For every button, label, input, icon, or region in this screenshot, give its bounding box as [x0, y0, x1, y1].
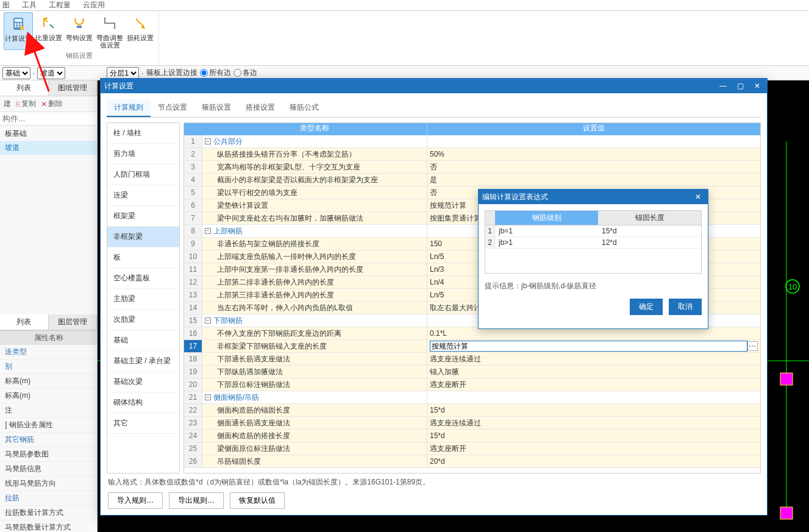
prop-row[interactable]: 标高(m) [0, 389, 97, 403]
table-row[interactable]: 1 jb=1 15*d [485, 225, 701, 237]
prop-row[interactable]: 马凳筋参数图 [0, 447, 97, 462]
category-item[interactable]: 基础主梁 / 承台梁 [107, 351, 179, 372]
prop-row[interactable]: 送类型 [0, 345, 97, 360]
rule-row[interactable]: 17非框架梁下部钢筋锚入支座的长度⋯ [184, 340, 760, 353]
rule-value[interactable] [427, 391, 760, 403]
radio-each-edge[interactable]: 各边 [233, 68, 257, 78]
prop-row[interactable]: 标高(m) [0, 374, 97, 389]
category-item[interactable]: 剪力墙 [107, 144, 179, 165]
prop-row[interactable]: 其它钢筋 [0, 433, 97, 447]
rule-value[interactable]: ⋯ [427, 340, 760, 352]
ribbon-btn-weight[interactable]: 比重设置 [34, 12, 63, 50]
tab-list2[interactable]: 列表 [0, 314, 49, 330]
close-button[interactable]: ✕ [751, 80, 763, 92]
expression-table[interactable]: 钢筋级别 锚固长度 1 jb=1 15*d 2 jb>1 12*d [485, 210, 702, 274]
prop-row[interactable]: 拉筋数量计算方式 [0, 506, 97, 520]
ribbon-btn-loss[interactable]: 损耗设置 [126, 12, 155, 50]
dialog-titlebar[interactable]: 计算设置 — ▢ ✕ [101, 79, 767, 93]
rule-row[interactable]: 26吊筋锚固长度20*d [184, 455, 760, 468]
rule-value[interactable] [427, 135, 760, 147]
minimize-button[interactable]: — [717, 80, 729, 92]
rule-value[interactable]: 否 [427, 161, 760, 173]
rule-row[interactable]: 19下部纵筋遇加腋做法锚入加腋 [184, 366, 760, 378]
rule-value-input[interactable] [430, 341, 747, 352]
collapse-toggle[interactable]: − [205, 394, 211, 400]
btn-import-rules[interactable]: 导入规则… [108, 492, 163, 509]
filter-input[interactable] [0, 112, 97, 126]
btn-new[interactable]: 建 [4, 99, 11, 109]
rule-value[interactable]: 15*d [427, 430, 760, 442]
expression-editor-button[interactable]: ⋯ [747, 341, 758, 351]
cell-length[interactable]: 12*d [598, 237, 701, 248]
category-item[interactable]: 基础次梁 [107, 372, 179, 392]
ribbon-btn-bend[interactable]: 弯曲调整值设置 [95, 12, 124, 50]
category-item[interactable]: 主肋梁 [107, 289, 179, 310]
rule-row[interactable]: 18下部通长筋遇支座做法遇支座连续通过 [184, 353, 760, 366]
rule-value[interactable]: 锚入加腋 [427, 366, 760, 378]
rule-row[interactable]: 3宽高均相等的非框架梁L型、十字交互为支座否 [184, 161, 760, 174]
tab-stirrup-formula[interactable]: 箍筋公式 [282, 99, 326, 117]
rule-value[interactable]: 0.1*L [427, 327, 760, 339]
rule-section-row[interactable]: 1−公共部分 [184, 135, 760, 148]
subdialog-titlebar[interactable]: 编辑计算设置表达式 ✕ [479, 190, 708, 204]
category-item[interactable]: 其它 [107, 413, 179, 434]
tree-item[interactable]: 坡道 [0, 141, 97, 155]
btn-ok[interactable]: 确定 [630, 299, 663, 315]
rule-value[interactable]: 20*d [427, 455, 760, 467]
tab-calc-rules[interactable]: 计算规则 [107, 99, 151, 117]
category-item[interactable]: 人防门框墙 [107, 165, 179, 185]
maximize-button[interactable]: ▢ [734, 80, 746, 92]
ribbon-btn-calc-settings[interactable]: 计算设置 [4, 12, 33, 50]
prop-row[interactable]: 马凳筋信息 [0, 462, 97, 477]
sel-category[interactable]: 基础 [2, 67, 30, 79]
th-rebar-level[interactable]: 钢筋级别 [495, 211, 598, 225]
close-button[interactable]: ✕ [692, 191, 704, 203]
rule-row[interactable]: 23侧面通长筋遇支座做法遇支座连续通过 [184, 417, 760, 430]
tree-item[interactable]: 板基础 [0, 127, 97, 141]
rule-row[interactable]: 24侧面构造筋的搭接长度15*d [184, 430, 760, 442]
btn-export-rules[interactable]: 导出规则… [169, 492, 224, 509]
tab-list[interactable]: 列表 [0, 80, 49, 96]
tab-lap-settings[interactable]: 搭接设置 [238, 99, 282, 117]
category-item[interactable]: 非框架梁 [107, 227, 179, 247]
tab-drawing-mgmt[interactable]: 图纸管理 [49, 80, 98, 96]
rule-value[interactable]: 15*d [427, 404, 760, 416]
collapse-toggle[interactable]: − [205, 138, 211, 144]
rule-value[interactable]: 遇支座连续通过 [427, 353, 760, 365]
rule-row[interactable]: 22侧面构造筋的锚固长度15*d [184, 404, 760, 417]
ribbon-btn-hook[interactable]: 弯钩设置 [65, 12, 94, 50]
cell-level[interactable]: jb=1 [495, 225, 598, 236]
menu-item[interactable]: 图 [2, 0, 10, 10]
category-item[interactable]: 框架梁 [107, 206, 179, 227]
th-anchor-length[interactable]: 锚固长度 [598, 211, 701, 225]
prop-row[interactable]: 注 [0, 403, 97, 418]
btn-copy[interactable]: ⎘复制 [16, 99, 36, 109]
category-item[interactable]: 基础 [107, 330, 179, 351]
btn-restore-default[interactable]: 恢复默认值 [230, 492, 285, 509]
sel-element[interactable]: 坡道 [37, 67, 65, 79]
tab-layer-mgmt[interactable]: 图层管理 [49, 314, 98, 330]
prop-row[interactable]: 线形马凳筋方向 [0, 477, 97, 491]
rule-section-row[interactable]: 21−侧面钢筋/吊筋 [184, 391, 760, 404]
cell-level[interactable]: jb>1 [495, 237, 598, 248]
rule-value[interactable]: 50% [427, 148, 760, 160]
category-item[interactable]: 次肋梁 [107, 310, 179, 330]
rule-value[interactable]: 遇支座连续通过 [427, 417, 760, 429]
category-item[interactable]: 板 [107, 247, 179, 268]
menu-item[interactable]: 云应用 [83, 0, 105, 10]
category-item[interactable]: 空心楼盖板 [107, 268, 179, 289]
radio-all-edges[interactable]: 所有边 [200, 68, 231, 78]
menubar[interactable]: 图 工具 工程量 云应用 [0, 0, 809, 11]
rule-row[interactable]: 2纵筋搭接接头错开百分率（不考虑架立筋）50% [184, 148, 760, 161]
btn-delete[interactable]: ✕删除 [41, 99, 63, 109]
cell-length[interactable]: 15*d [598, 225, 701, 236]
tab-stirrup-settings[interactable]: 箍筋设置 [194, 99, 238, 117]
prop-row[interactable]: 马凳筋数量计算方式 [0, 520, 97, 532]
prop-row[interactable]: 拉筋 [0, 491, 97, 506]
rule-value[interactable]: 遇支座断开 [427, 442, 760, 455]
collapse-toggle[interactable]: − [205, 228, 211, 234]
category-item[interactable]: 砌体结构 [107, 392, 179, 413]
collapse-toggle[interactable]: − [205, 317, 211, 324]
rule-row[interactable]: 4截面小的非框架梁是否以截面大的非框架梁为支座是 [184, 174, 760, 186]
rule-row[interactable]: 16不伸入支座的下部钢筋距支座边的距离0.1*L [184, 327, 760, 340]
